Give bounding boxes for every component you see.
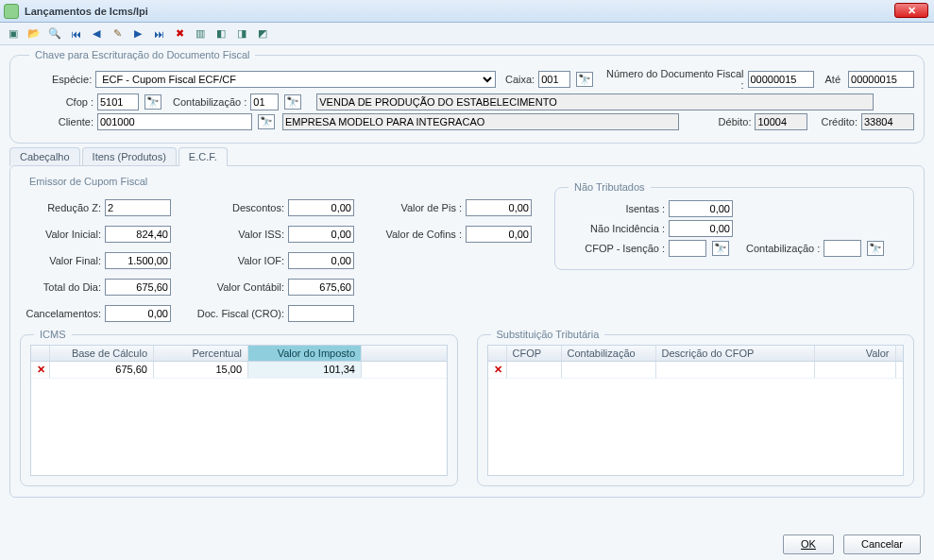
- contab-lookup-button[interactable]: 🔭: [284, 94, 301, 110]
- caixa-lookup-button[interactable]: 🔭: [576, 72, 592, 87]
- caixa-label: Caixa:: [505, 74, 535, 85]
- tab-cabecalho[interactable]: Cabeçalho: [9, 147, 80, 166]
- icms-row-perc[interactable]: 15,00: [154, 362, 248, 378]
- st-hdr-cfop[interactable]: CFOP: [507, 346, 562, 361]
- ate-label: Até: [825, 74, 841, 85]
- credito-label: Crédito:: [821, 116, 858, 127]
- new-icon[interactable]: ▣: [6, 26, 21, 42]
- doc3-icon[interactable]: ◨: [234, 26, 249, 42]
- cancel-input[interactable]: [105, 305, 171, 322]
- dialog-buttons: OK Cancelar: [783, 535, 921, 554]
- isentas-label: Isentas :: [565, 203, 665, 214]
- valor-iss-input[interactable]: [288, 226, 354, 243]
- st-hdr-valor[interactable]: Valor: [815, 346, 896, 361]
- doc2-icon[interactable]: ◧: [213, 26, 229, 42]
- delete-icon[interactable]: ✖: [172, 26, 187, 42]
- icms-grid-header: Base de Cálculo Percentual Valor do Impo…: [31, 346, 447, 362]
- isentas-input[interactable]: [669, 200, 733, 217]
- cliente-lookup-button[interactable]: 🔭: [258, 114, 275, 129]
- ecf-col-1: Redução Z: Valor Inicial: Valor Final: T…: [20, 196, 171, 325]
- valor-iss-label: Valor ISS:: [194, 229, 284, 240]
- reducao-z-label: Redução Z:: [20, 202, 101, 213]
- numdoc-label: Número do Documento Fiscal :: [606, 68, 744, 91]
- search-icon[interactable]: 🔍: [47, 26, 62, 42]
- icms-grid: Base de Cálculo Percentual Valor do Impo…: [30, 345, 448, 476]
- nao-incid-input[interactable]: [669, 220, 733, 237]
- icms-row-valor[interactable]: 101,34: [248, 362, 362, 378]
- credito-input: [861, 113, 914, 130]
- cancel-button[interactable]: Cancelar: [843, 535, 921, 554]
- cliente-input[interactable]: [97, 113, 252, 130]
- group-icms-legend: ICMS: [34, 329, 72, 340]
- ecf-col-2: Descontos: Valor ISS: Valor IOF: Valor C…: [194, 196, 354, 325]
- st-hdr-desc[interactable]: Descrição do CFOP: [656, 346, 815, 361]
- group-chave-legend: Chave para Escrituração do Documento Fis…: [29, 49, 255, 60]
- icms-row-delete-icon[interactable]: ✕: [31, 362, 50, 378]
- contab-input[interactable]: [250, 93, 279, 110]
- valor-cofins-input[interactable]: [466, 226, 532, 243]
- cfop-label: Cfop :: [48, 96, 93, 108]
- ecf-col-3: Valor de Pis : Valor de Cofins :: [377, 196, 532, 246]
- debito-label: Débito:: [719, 116, 752, 127]
- ok-button[interactable]: OK: [783, 535, 834, 554]
- nav-next-icon[interactable]: ▶: [130, 26, 145, 42]
- tab-ecf[interactable]: E.C.F.: [178, 147, 228, 166]
- edit-icon[interactable]: ✎: [110, 26, 125, 42]
- contab-nt-input[interactable]: [824, 240, 861, 257]
- icms-hdr-valor[interactable]: Valor do Imposto: [248, 346, 362, 361]
- icms-hdr-perc[interactable]: Percentual: [154, 346, 248, 361]
- valor-final-input[interactable]: [105, 252, 171, 269]
- cliente-label: Cliente:: [48, 116, 93, 127]
- caixa-input[interactable]: [538, 71, 570, 88]
- descontos-label: Descontos:: [194, 202, 284, 213]
- contab-nt-lookup-button[interactable]: 🔭: [867, 241, 884, 256]
- st-hdr-contab[interactable]: Contabilização: [562, 346, 656, 361]
- valor-pis-input[interactable]: [466, 199, 532, 216]
- total-dia-input[interactable]: [105, 279, 171, 296]
- total-dia-label: Total do Dia:: [20, 281, 101, 293]
- numdoc-input[interactable]: [748, 71, 814, 88]
- icms-hdr-base[interactable]: Base de Cálculo: [50, 346, 154, 361]
- cancel-button-label: Cancelar: [861, 538, 903, 550]
- valor-cofins-label: Valor de Cofins :: [377, 229, 462, 240]
- valor-contabil-input[interactable]: [288, 279, 354, 296]
- cfop-isencao-lookup-button[interactable]: 🔭: [712, 241, 729, 256]
- especie-select[interactable]: ECF - Cupom Fiscal ECF/CF: [95, 71, 496, 88]
- doc4-icon[interactable]: ◩: [255, 26, 270, 42]
- valor-final-label: Valor Final:: [20, 255, 101, 266]
- valor-inicial-input[interactable]: [105, 226, 171, 243]
- st-row-delete-icon[interactable]: ✕: [488, 362, 507, 378]
- group-emissor: Emissor de Cupom Fiscal Redução Z: Valor…: [20, 176, 914, 325]
- group-chave: Chave para Escrituração do Documento Fis…: [9, 55, 925, 144]
- cfop-desc: [316, 93, 874, 110]
- titlebar: Lançamentos de Icms/Ipi ✕: [0, 0, 934, 23]
- valor-inicial-label: Valor Inicial:: [20, 229, 101, 240]
- nav-prev-icon[interactable]: ◀: [89, 26, 104, 42]
- ate-input[interactable]: [848, 71, 914, 88]
- nav-last-icon[interactable]: ⏭: [151, 26, 166, 42]
- group-subst-legend: Substituição Tributária: [491, 329, 605, 340]
- cfop-isencao-label: CFOP - Isenção :: [565, 243, 665, 254]
- cfop-input[interactable]: [97, 93, 139, 110]
- descontos-input[interactable]: [288, 199, 354, 216]
- cancel-label: Cancelamentos:: [20, 308, 101, 319]
- icms-row-base[interactable]: 675,60: [50, 362, 154, 378]
- toolbar: ▣ 📂 🔍 ⏮ ◀ ✎ ▶ ⏭ ✖ ▥ ◧ ◨ ◩: [0, 23, 934, 45]
- cfop-lookup-button[interactable]: 🔭: [144, 94, 161, 110]
- group-nao-tributados-legend: Não Tributados: [569, 181, 651, 193]
- tab-itens[interactable]: Itens (Produtos): [82, 147, 177, 166]
- open-icon[interactable]: 📂: [26, 26, 42, 42]
- doc-fiscal-cro-input[interactable]: [288, 305, 354, 322]
- valor-iof-input[interactable]: [288, 252, 354, 269]
- reducao-z-input[interactable]: [105, 199, 171, 216]
- doc1-icon[interactable]: ▥: [193, 26, 208, 42]
- group-icms: ICMS Base de Cálculo Percentual Valor do…: [20, 334, 458, 486]
- st-row-empty[interactable]: ✕: [488, 362, 904, 379]
- st-grid-header: CFOP Contabilização Descrição do CFOP Va…: [488, 346, 904, 362]
- close-button[interactable]: ✕: [894, 3, 928, 18]
- icms-row[interactable]: ✕ 675,60 15,00 101,34: [31, 362, 447, 379]
- debito-input: [755, 113, 807, 130]
- cfop-isencao-input[interactable]: [669, 240, 706, 257]
- nav-first-icon[interactable]: ⏮: [68, 26, 83, 42]
- group-subst: Substituição Tributária CFOP Contabiliza…: [477, 334, 915, 486]
